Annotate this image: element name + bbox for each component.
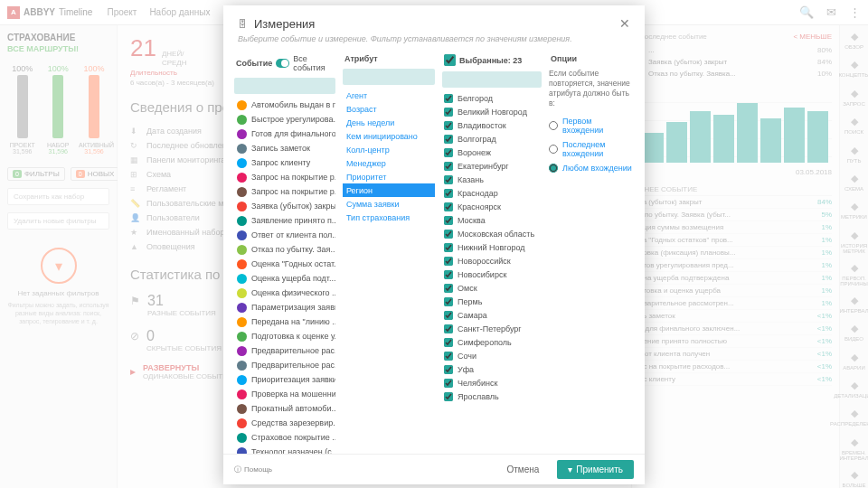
occurrence-radio[interactable]: Любом вхождении — [549, 161, 634, 175]
event-item[interactable]: Заявление принято п... — [234, 213, 335, 228]
event-item[interactable]: Заявка (убыток) закрыт — [234, 199, 335, 213]
value-checkbox[interactable]: Белгород — [442, 91, 542, 105]
all-events-toggle[interactable] — [276, 59, 289, 68]
event-item[interactable]: Параметризация заявки — [234, 300, 335, 314]
modal-title: Измерения — [254, 17, 315, 31]
event-item[interactable]: Оценка "Годных остат... — [234, 257, 335, 271]
modal-subtitle: Выберите событие и измерение. Фильтр уст… — [223, 34, 645, 51]
options-desc: Если событие повторяется, значение атриб… — [549, 69, 634, 108]
close-icon[interactable]: ✕ — [619, 16, 630, 31]
value-checkbox[interactable]: Москва — [442, 213, 542, 227]
values-search-input[interactable] — [442, 71, 542, 88]
attribute-item[interactable]: Приоритет — [343, 170, 435, 183]
event-item[interactable]: Технолог назначен (с... — [234, 445, 335, 454]
value-checkbox[interactable]: Екатеринбург — [442, 159, 542, 173]
event-item[interactable]: Проверка на мошенни... — [234, 387, 335, 401]
value-checkbox[interactable]: Новороссийск — [442, 254, 542, 267]
attribute-item[interactable]: День недели — [343, 116, 435, 129]
event-item[interactable]: Страховое покрытие ... — [234, 430, 335, 445]
dimensions-modal: 🗄 Измерения ✕ Выберите событие и измерен… — [223, 5, 645, 484]
value-checkbox[interactable]: Краснодар — [442, 186, 542, 200]
col-attr-header: Атрибут — [343, 51, 435, 67]
help-link[interactable]: ⓘ Помощь — [234, 465, 272, 474]
event-item[interactable]: Предварительное рас... — [234, 358, 335, 372]
value-checkbox[interactable]: Великий Новгород — [442, 105, 542, 118]
col-options-header: Опции — [549, 51, 634, 67]
value-checkbox[interactable]: Красноярск — [442, 200, 542, 213]
event-item[interactable]: Предварительное рас... — [234, 343, 335, 358]
event-item[interactable]: Оценка физического ... — [234, 286, 335, 300]
database-icon: 🗄 — [238, 19, 247, 29]
attribute-item[interactable]: Колл-центр — [343, 143, 435, 156]
value-checkbox[interactable]: Самара — [442, 308, 542, 322]
value-checkbox[interactable]: Волгоград — [442, 132, 542, 145]
event-item[interactable]: Запрос на покрытие р... — [234, 170, 335, 184]
event-item[interactable]: Запись заметок — [234, 141, 335, 155]
value-checkbox[interactable]: Казань — [442, 173, 542, 186]
value-checkbox[interactable]: Воронеж — [442, 145, 542, 159]
event-item[interactable]: Запрос клиенту — [234, 155, 335, 170]
value-checkbox[interactable]: Челябинск — [442, 376, 542, 389]
attr-search-input[interactable] — [343, 69, 435, 85]
event-item[interactable]: Отказ по убытку. Зая... — [234, 242, 335, 257]
value-checkbox[interactable]: Новосибирск — [442, 267, 542, 281]
value-checkbox[interactable]: Московская область — [442, 227, 542, 240]
col-event-header: СобытиеВсе события — [234, 51, 335, 76]
select-all-checkbox[interactable] — [444, 54, 456, 66]
event-item[interactable]: Автомобиль выдан в п... — [234, 98, 335, 112]
value-checkbox[interactable]: Ярославль — [442, 389, 542, 403]
attribute-item[interactable]: Агент — [343, 89, 435, 102]
occurrence-radio[interactable]: Первом вхождении — [549, 114, 634, 137]
attribute-item[interactable]: Сумма заявки — [343, 197, 435, 211]
event-item[interactable]: Готов для финального... — [234, 127, 335, 141]
attribute-item[interactable]: Тип страхования — [343, 211, 435, 224]
event-item[interactable]: Передана на "линию ... — [234, 314, 335, 329]
event-item[interactable]: Подготовка к оценке у... — [234, 329, 335, 343]
event-item[interactable]: Прокатный автомоби... — [234, 401, 335, 416]
attribute-item[interactable]: Возраст — [343, 102, 435, 116]
value-checkbox[interactable]: Уфа — [442, 362, 542, 376]
value-checkbox[interactable]: Нижний Новгород — [442, 240, 542, 254]
event-item[interactable]: Ответ от клиента пол... — [234, 228, 335, 242]
value-checkbox[interactable]: Симферополь — [442, 335, 542, 349]
occurrence-radio[interactable]: Последнем вхождении — [549, 137, 634, 161]
event-item[interactable]: Средства зарезервир... — [234, 416, 335, 430]
event-item[interactable]: Оценка ущерба подт... — [234, 271, 335, 286]
attribute-item[interactable]: Менеджер — [343, 156, 435, 170]
event-item[interactable]: Быстрое урегулирова... — [234, 112, 335, 127]
event-item[interactable]: Запрос на покрытие р... — [234, 184, 335, 199]
apply-button[interactable]: ▾ Применить — [557, 460, 634, 479]
col-selected-header: Выбранные: 23 — [442, 51, 542, 70]
value-checkbox[interactable]: Сочи — [442, 349, 542, 362]
event-search-input[interactable] — [234, 78, 335, 94]
value-checkbox[interactable]: Санкт-Петербург — [442, 322, 542, 335]
attribute-item[interactable]: Регион — [343, 183, 435, 197]
value-checkbox[interactable]: Омск — [442, 281, 542, 295]
value-checkbox[interactable]: Пермь — [442, 295, 542, 308]
cancel-button[interactable]: Отмена — [497, 461, 548, 478]
event-item[interactable]: Приоритезация заявки — [234, 372, 335, 387]
value-checkbox[interactable]: Владивосток — [442, 118, 542, 132]
attribute-item[interactable]: Кем инициировано — [343, 129, 435, 143]
